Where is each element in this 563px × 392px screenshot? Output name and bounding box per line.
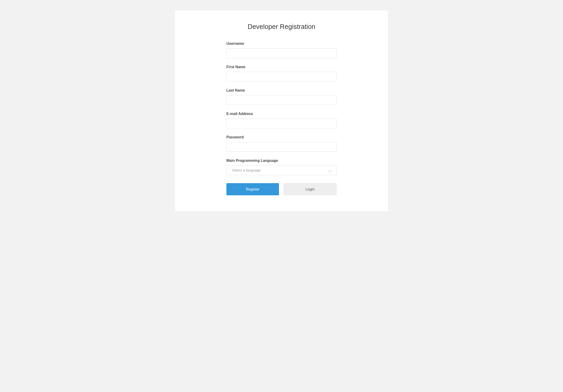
- page-title: Developer Registration: [175, 23, 388, 31]
- last-name-label: Last Name: [226, 88, 337, 92]
- first-name-input[interactable]: [226, 72, 337, 81]
- last-name-input[interactable]: [226, 95, 337, 105]
- login-button[interactable]: Login: [283, 183, 337, 195]
- register-button[interactable]: Register: [226, 183, 279, 195]
- password-input[interactable]: [226, 142, 337, 152]
- email-group: E-mail Address: [226, 112, 337, 128]
- username-input[interactable]: [226, 49, 337, 58]
- button-row: Register Login: [226, 183, 337, 195]
- registration-card: Developer Registration Username First Na…: [175, 10, 388, 211]
- username-group: Username: [226, 41, 337, 58]
- language-select[interactable]: Select a language: [226, 165, 337, 175]
- first-name-label: First Name: [226, 65, 337, 69]
- username-label: Username: [226, 41, 337, 46]
- email-label: E-mail Address: [226, 112, 337, 116]
- first-name-group: First Name: [226, 65, 337, 81]
- password-label: Password: [226, 135, 337, 139]
- language-label: Main Programming Language: [226, 159, 337, 163]
- password-group: Password: [226, 135, 337, 152]
- last-name-group: Last Name: [226, 88, 337, 105]
- language-select-placeholder: Select a language: [227, 168, 336, 172]
- email-input[interactable]: [226, 119, 337, 128]
- language-group: Main Programming Language Select a langu…: [226, 159, 337, 175]
- registration-form: Username First Name Last Name E-mail Add…: [226, 41, 337, 195]
